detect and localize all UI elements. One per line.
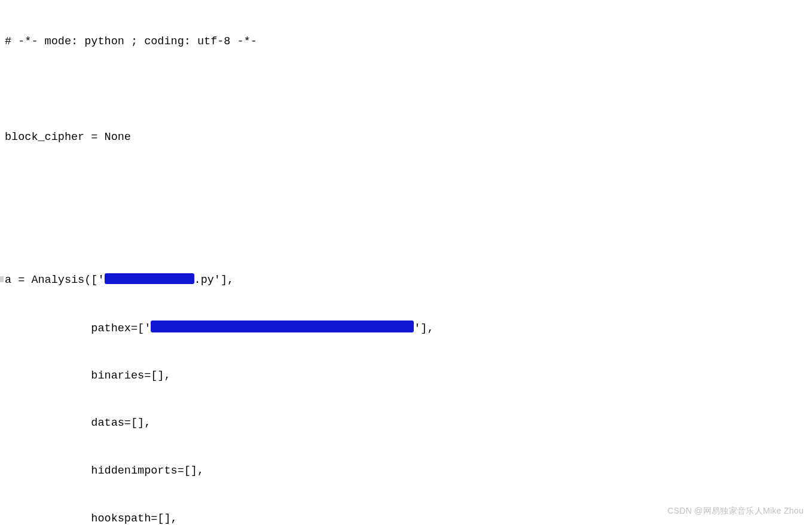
code-line: '], [414, 322, 434, 335]
fold-marker-icon [0, 276, 4, 282]
code-line: binaries=[], [5, 370, 171, 382]
code-line: .py'], [194, 274, 234, 286]
code-block: # -*- mode: python ; coding: utf-8 -*- b… [5, 2, 807, 525]
watermark-text: CSDN @网易独家音乐人Mike Zhou [667, 503, 804, 519]
code-line: a = Analysis([' [5, 274, 105, 286]
redaction-mark [105, 273, 194, 284]
redaction-mark [151, 321, 414, 332]
code-line: hiddenimports=[], [5, 465, 204, 477]
code-line: # -*- mode: python ; coding: utf-8 -*- [5, 35, 257, 48]
code-line: hookspath=[], [5, 512, 178, 525]
code-line: pathex=[' [5, 322, 151, 335]
code-line: datas=[], [5, 417, 151, 429]
code-line: block_cipher = None [5, 131, 131, 144]
